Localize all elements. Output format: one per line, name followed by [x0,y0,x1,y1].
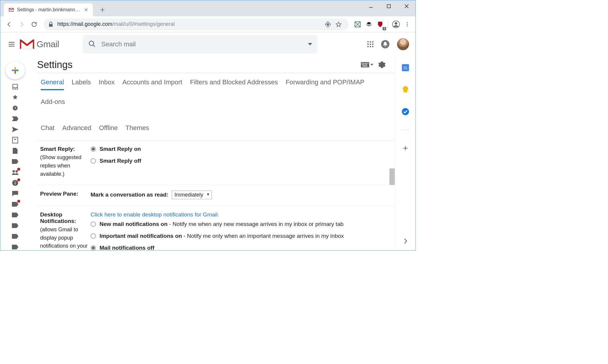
toolbar-divider [388,20,388,28]
google-apps-icon[interactable] [367,41,374,48]
rail-snoozed-icon[interactable] [12,105,19,111]
rail-label-4-icon[interactable] [12,222,19,229]
svg-rect-20 [372,46,373,47]
nav-forward-button[interactable] [16,18,28,30]
main-menu-icon[interactable] [4,37,19,51]
tasks-addon-icon[interactable] [402,108,409,115]
rail-info-icon[interactable] [12,180,19,186]
tab-close-icon[interactable] [83,7,89,12]
notif-opt1-bold: New mail notifications on [100,221,168,227]
search-options-icon[interactable] [308,42,312,46]
svg-rect-0 [387,5,391,8]
extension-icon-1[interactable] [352,19,363,30]
rail-label-1-icon[interactable] [12,158,19,165]
rail-drafts-outline-icon[interactable] [12,137,19,143]
gmail-logo[interactable]: Gmail [20,39,59,50]
notif-new-mail-row[interactable]: New mail notifications on - Notify me wh… [91,221,389,227]
lock-icon [48,22,53,27]
chrome-menu-icon[interactable] [402,19,413,30]
calendar-addon-icon[interactable]: 31 [402,64,409,72]
profile-icon[interactable] [391,19,401,30]
svg-rect-18 [367,46,369,47]
notifications-icon[interactable] [381,40,389,48]
svg-rect-37 [363,64,364,65]
svg-rect-16 [370,44,371,45]
tab-addons[interactable]: Add-ons [41,98,65,109]
window-minimize-button[interactable] [362,0,380,12]
omnibox-action-icon[interactable] [323,19,333,30]
desktop-notif-title: Desktop Notifications: [40,211,91,224]
rail-chat-icon[interactable] [12,190,19,197]
tab-offline[interactable]: Offline [99,124,118,135]
input-tools-button[interactable] [361,62,373,67]
nav-reload-button[interactable] [28,18,40,30]
tab-general[interactable]: General [41,78,64,90]
rail-inbox-icon[interactable] [12,83,19,90]
tab-forwarding[interactable]: Forwarding and POP/IMAP [286,78,364,90]
rail-label-2-icon[interactable] [12,201,19,208]
svg-text:31: 31 [403,66,408,70]
tab-accounts[interactable]: Accounts and Import [122,78,182,90]
tab-inbox[interactable]: Inbox [99,78,115,90]
notif-important-row[interactable]: Important mail notifications on - Notify… [91,233,389,239]
svg-rect-29 [15,181,15,182]
svg-point-6 [395,22,397,25]
svg-rect-39 [366,64,367,65]
window-controls [362,0,416,12]
smart-reply-off-row[interactable]: Smart Reply off [91,158,389,164]
smart-reply-on-row[interactable]: Smart Reply on [91,146,389,152]
notif-off-row[interactable]: Mail notifications off [91,245,389,250]
svg-point-8 [407,24,408,25]
enable-notifications-link[interactable]: Click here to enable desktop notificatio… [91,211,219,218]
gmail-app: Gmail [0,32,416,250]
settings-tabs: General Labels Inbox Accounts and Import… [37,73,395,139]
settings-gear-icon[interactable] [378,61,386,69]
preview-pane-select[interactable]: Immediately [172,191,212,199]
new-tab-button[interactable] [97,4,108,15]
tab-themes[interactable]: Themes [126,124,149,135]
get-addons-icon[interactable] [402,144,409,152]
keep-addon-icon[interactable] [402,86,409,94]
tab-advanced[interactable]: Advanced [62,124,91,135]
svg-rect-33 [365,63,366,64]
bookmark-star-icon[interactable] [333,19,344,30]
rail-label-5-icon[interactable] [12,233,19,240]
search-input[interactable] [101,40,308,48]
rail-contacts-icon[interactable] [12,169,19,175]
search-bar[interactable] [83,35,318,53]
radio-icon [91,245,96,250]
browser-tab[interactable]: Settings - martin.brinkmann@go [4,3,93,16]
notif-opt3-bold: Mail notifications off [100,245,154,250]
nav-back-button[interactable] [3,18,15,30]
svg-rect-38 [365,64,366,65]
smart-reply-on-label: Smart Reply on [100,146,141,152]
rail-label-3-icon[interactable] [12,212,19,218]
rail-label-6-icon[interactable] [12,244,19,250]
gmail-logo-icon [20,39,34,50]
side-panel-collapse-icon[interactable] [403,238,408,244]
section-smart-reply: Smart Reply: (Show suggested replies whe… [37,140,395,185]
window-close-button[interactable] [398,0,416,12]
window-maximize-button[interactable] [380,0,398,12]
tab-filters[interactable]: Filters and Blocked Addresses [190,78,278,90]
browser-window: Settings - martin.brinkmann@go https://m… [0,0,416,251]
account-avatar[interactable] [397,38,410,51]
rail-sent-icon[interactable] [12,126,19,133]
rail-important-icon[interactable] [12,115,19,122]
compose-button[interactable] [5,61,25,79]
settings-main: Settings General Labels Inbox Accounts a… [30,56,395,250]
svg-rect-36 [362,64,363,65]
smart-reply-title: Smart Reply: [40,146,91,152]
tab-labels[interactable]: Labels [72,78,91,90]
address-bar[interactable]: https://mail.google.com/mail/u/0/#settin… [44,18,349,30]
rail-drafts-icon[interactable] [12,148,19,154]
url-host: https://mail.google.com [57,21,112,27]
rail-starred-icon[interactable] [12,94,19,101]
extension-icon-layers[interactable] [364,19,374,30]
tab-chat[interactable]: Chat [41,124,54,135]
svg-point-7 [407,22,408,23]
svg-point-25 [12,170,15,172]
extension-icon-ublock[interactable]: 8 [375,19,386,30]
svg-rect-19 [370,46,371,47]
scrollbar-thumb[interactable] [389,168,395,185]
